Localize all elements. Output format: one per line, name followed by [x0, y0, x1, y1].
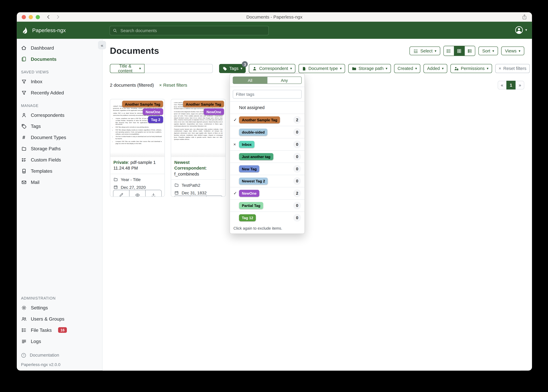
tag-row[interactable]: × Inbox 0: [230, 138, 304, 150]
sidebar-item-file-tasks[interactable]: File Tasks 16: [17, 324, 102, 336]
filter-created-button[interactable]: Created ▾: [394, 64, 421, 73]
search-field-selector[interactable]: Title & content ▾: [110, 64, 144, 73]
sidebar-item-tags[interactable]: Tags: [17, 120, 102, 132]
person-icon: [252, 66, 257, 71]
match-all-toggle[interactable]: All: [233, 77, 267, 84]
tag-row[interactable]: Just another tag 0: [230, 150, 304, 162]
tag-count-badge: 2: [293, 189, 301, 197]
close-window-button[interactable]: [22, 15, 26, 19]
edit-document-button[interactable]: [113, 190, 129, 197]
tag-chip[interactable]: Another Sample Tag: [183, 101, 224, 107]
sidebar-item-users-groups[interactable]: Users & Groups: [17, 313, 102, 324]
minimize-window-button[interactable]: [29, 15, 33, 19]
sidebar-item-logs[interactable]: Logs: [17, 336, 102, 347]
documentation-link[interactable]: ? Documentation: [21, 351, 102, 359]
document-preview[interactable]: Adobe Acrobat PDF Files Adobe® Portable …: [110, 99, 165, 157]
match-any-toggle[interactable]: Any: [267, 77, 301, 84]
filter-added-button[interactable]: Added ▾: [424, 64, 447, 73]
sidebar-item-correspondents[interactable]: Correspondents: [17, 109, 102, 120]
document-card[interactable]: Adobe Acrobat PDF Files Adobe® Portable …: [110, 99, 165, 197]
filter-permissions-button[interactable]: Permissions ▾: [450, 64, 492, 73]
document-card[interactable]: Lorem ipsum dolor sit amet, consectetur …: [171, 99, 226, 197]
sidebar-item-custom-fields[interactable]: Custom Fields: [17, 154, 102, 165]
sidebar-item-recently-added[interactable]: Recently Added: [17, 87, 102, 98]
tag-chip[interactable]: NewOne: [204, 108, 224, 115]
view-list-button[interactable]: [444, 46, 454, 56]
document-title[interactable]: Private: pdf-sample 1 11.24.48 PM: [110, 157, 165, 174]
filter-tags-input[interactable]: [233, 90, 302, 98]
app-version: Paperless-ngx v2.0.0: [21, 362, 102, 367]
document-preview[interactable]: Lorem ipsum dolor sit amet, consectetur …: [171, 99, 225, 157]
sidebar-item-dashboard[interactable]: Dashboard: [17, 42, 102, 54]
tag-row[interactable]: ✓ NewOne 2: [230, 187, 304, 199]
sidebar-item-templates[interactable]: Templates: [17, 165, 102, 177]
tag-count-badge: 2: [293, 116, 301, 124]
document-title[interactable]: Newest Correspondent: f_combineds: [171, 157, 225, 179]
views-button[interactable]: Views ▾: [501, 46, 524, 55]
sort-button[interactable]: Sort ▾: [478, 46, 498, 55]
tag-chip: Another Sample Tag: [239, 117, 280, 123]
tag-chip[interactable]: NewOne: [143, 108, 163, 115]
sidebar-item-document-types[interactable]: # Document Types: [17, 132, 102, 143]
reset-filters-button[interactable]: × Reset filters: [495, 64, 530, 73]
sidebar-item-inbox[interactable]: Inbox: [17, 76, 102, 87]
tag-row[interactable]: ✓ Another Sample Tag 2: [230, 114, 304, 126]
user-menu[interactable]: ▾: [515, 26, 527, 34]
zoom-window-button[interactable]: [36, 15, 40, 19]
include-check-icon: ✓: [233, 191, 239, 196]
collapse-sidebar-button[interactable]: «: [98, 41, 106, 49]
edit-document-button[interactable]: [174, 196, 190, 197]
view-mode-group: [443, 46, 475, 56]
share-icon[interactable]: [522, 14, 527, 20]
filter-correspondent-button[interactable]: Correspondent ▾: [249, 64, 296, 73]
caret-down-icon: ▾: [139, 67, 141, 70]
pagination-page-1-button[interactable]: 1: [506, 81, 516, 90]
sidebar-item-settings[interactable]: Settings: [17, 302, 102, 313]
filter-tags-button[interactable]: Tags ▾ 3: [219, 64, 246, 73]
sidebar-item-storage-paths[interactable]: Storage Paths: [17, 143, 102, 154]
sidebar-footer: ? Documentation: [17, 347, 102, 359]
pagination-next-button[interactable]: »: [516, 81, 524, 90]
view-document-button[interactable]: [129, 190, 145, 197]
sidebar-section-administration: ADMINISTRATION: [21, 296, 102, 300]
exclude-x-icon: ×: [233, 142, 239, 147]
download-document-button[interactable]: [206, 196, 222, 197]
tag-row[interactable]: Partial Tag 0: [230, 199, 304, 211]
tag-chip[interactable]: Another Sample Tag: [122, 101, 163, 107]
sidebar-item-mail[interactable]: Mail: [17, 177, 102, 188]
select-button[interactable]: Select ▾: [410, 46, 440, 55]
tag-row[interactable]: double-sided 0: [230, 126, 304, 138]
view-document-button[interactable]: [190, 196, 206, 197]
card-tags: Another Sample Tag NewOne Tag 2: [122, 101, 163, 123]
brand[interactable]: Paperless-ngx: [22, 27, 66, 34]
browser-forward-icon[interactable]: [56, 15, 60, 19]
view-detail-button[interactable]: [464, 46, 475, 56]
sidebar-item-label: Dashboard: [31, 45, 54, 50]
sidebar-item-documents[interactable]: Documents: [17, 54, 102, 65]
tag-row[interactable]: Tag 12 0: [230, 211, 304, 224]
not-assigned-row[interactable]: Not assigned: [230, 101, 304, 114]
created-date-row: Dec 31, 1832: [174, 190, 222, 196]
global-search[interactable]: [109, 26, 269, 35]
tag-chip: Partial Tag: [239, 202, 263, 209]
filter-storage-path-button[interactable]: Storage path ▾: [348, 64, 391, 73]
tag-count-badge: 0: [293, 165, 301, 173]
download-document-button[interactable]: [145, 190, 161, 197]
title-content-input[interactable]: [144, 64, 213, 73]
main-panel: Documents Select ▾ Sor: [103, 39, 532, 371]
funnel-icon: [21, 90, 27, 95]
tag-chip[interactable]: Tag 2: [148, 116, 163, 123]
folder-icon: [174, 183, 179, 187]
view-grid-button[interactable]: [454, 46, 464, 56]
select-label: Select: [420, 49, 433, 53]
tag-count-badge: 0: [293, 214, 301, 222]
reset-filters-link[interactable]: × Reset filters: [159, 83, 187, 88]
filter-document-type-button[interactable]: Document type ▾: [299, 64, 345, 73]
browser-back-icon[interactable]: [46, 15, 51, 19]
tag-row[interactable]: Newest Tag 2 0: [230, 175, 304, 187]
pagination-prev-button[interactable]: «: [498, 81, 506, 90]
list-task-icon: [21, 327, 27, 333]
svg-text:?: ?: [23, 354, 24, 357]
search-input[interactable]: [120, 28, 266, 33]
tag-row[interactable]: New Tag 0: [230, 162, 304, 175]
